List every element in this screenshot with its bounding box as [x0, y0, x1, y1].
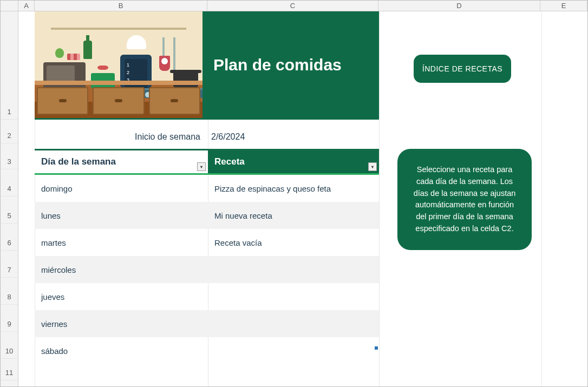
grid-content: Plan de comidas ÍNDICE DE RECETAS Inicio… — [18, 11, 588, 387]
column-header-C[interactable]: C — [207, 1, 378, 11]
table-row: viernes — [35, 310, 379, 337]
recipe-cell[interactable]: Mi nueva receta — [208, 211, 379, 220]
table-row: lunesMi nueva receta — [35, 202, 379, 229]
week-start-row: Inicio de semana 2/6/2024 — [35, 125, 379, 149]
column-header-B[interactable]: B — [35, 1, 207, 11]
table-row: miércoles — [35, 256, 379, 283]
row-header-6[interactable]: 6 — [1, 224, 18, 251]
day-cell[interactable]: domingo — [35, 184, 208, 193]
table-header: Día de la semana ▾ Receta ▾ — [35, 149, 379, 175]
select-all-corner[interactable] — [1, 1, 18, 11]
header-recipe[interactable]: Receta ▾ — [208, 150, 379, 175]
meal-plan-table: Día de la semana ▾ Receta ▾ domingoPizza… — [35, 149, 379, 364]
day-cell[interactable]: miércoles — [35, 265, 208, 274]
header-day[interactable]: Día de la semana ▾ — [35, 150, 208, 175]
row-header-11[interactable]: 11 — [1, 359, 18, 381]
filter-day-button[interactable]: ▾ — [197, 162, 206, 171]
header-banner: Plan de comidas — [35, 11, 379, 120]
table-resize-handle-icon[interactable] — [375, 346, 378, 350]
row-header-8[interactable]: 8 — [1, 278, 18, 305]
title-panel: Plan de comidas — [202, 11, 379, 118]
instruction-callout: Seleccione una receta para cada día de l… — [397, 149, 532, 250]
row-header-10[interactable]: 10 — [1, 332, 18, 359]
table-row: jueves — [35, 283, 379, 310]
page-title: Plan de comidas — [213, 56, 342, 74]
table-row: sábado — [35, 337, 379, 364]
day-cell[interactable]: lunes — [35, 211, 208, 220]
column-header-D[interactable]: D — [378, 1, 540, 11]
recipe-index-label: ÍNDICE DE RECETAS — [422, 64, 502, 73]
column-headers: ABCDE — [18, 1, 587, 11]
filter-recipe-button[interactable]: ▾ — [368, 162, 377, 171]
table-row: domingoPizza de espinacas y queso feta — [35, 175, 379, 202]
row-headers: 1234567891011 — [1, 11, 18, 387]
row-header-5[interactable]: 5 — [1, 196, 18, 224]
header-recipe-label: Receta — [214, 156, 245, 167]
kitchen-illustration — [35, 11, 202, 118]
week-start-cell[interactable]: 2/6/2024 — [208, 132, 379, 142]
recipe-index-button[interactable]: ÍNDICE DE RECETAS — [414, 55, 511, 83]
recipe-cell[interactable]: Pizza de espinacas y queso feta — [208, 184, 379, 193]
header-day-label: Día de la semana — [41, 156, 116, 167]
table-row: martesReceta vacía — [35, 229, 379, 256]
day-cell[interactable]: viernes — [35, 319, 208, 329]
day-cell[interactable]: martes — [35, 238, 208, 247]
column-header-E[interactable]: E — [540, 1, 587, 11]
spreadsheet-sheet: ABCDE 1234567891011 — [0, 0, 588, 387]
day-cell[interactable]: jueves — [35, 292, 208, 301]
row-header-9[interactable]: 9 — [1, 305, 18, 332]
recipe-cell[interactable]: Receta vacía — [208, 238, 379, 247]
day-cell[interactable]: sábado — [35, 346, 208, 356]
week-start-label: Inicio de semana — [35, 132, 208, 142]
row-header-7[interactable]: 7 — [1, 251, 18, 278]
column-header-A[interactable]: A — [18, 1, 35, 11]
row-header-1[interactable]: 1 — [1, 11, 18, 120]
row-header-4[interactable]: 4 — [1, 169, 18, 196]
row-header-3[interactable]: 3 — [1, 143, 18, 169]
instruction-text: Seleccione una receta para cada día de l… — [414, 165, 516, 233]
row-header-2[interactable]: 2 — [1, 120, 18, 143]
